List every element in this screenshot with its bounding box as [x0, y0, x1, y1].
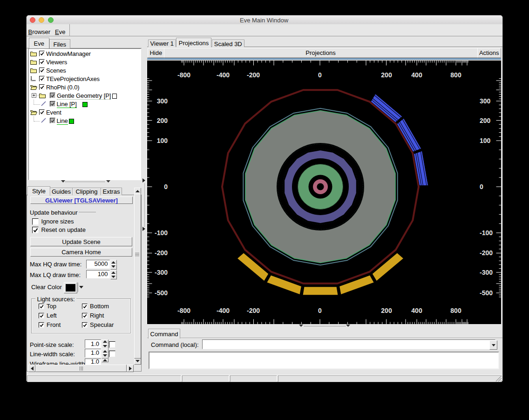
svg-text:200: 200 [480, 117, 491, 124]
svg-text:-200: -200 [247, 307, 260, 314]
svg-text:-400: -400 [217, 307, 230, 314]
svg-text:-400: -400 [217, 71, 230, 79]
svg-text:200: 200 [381, 307, 392, 314]
svg-text:-200: -200 [480, 249, 493, 257]
svg-text:300: 300 [480, 97, 491, 105]
svg-text:-300: -300 [155, 269, 168, 276]
svg-text:-500: -500 [480, 289, 493, 297]
svg-text:-800: -800 [177, 307, 190, 314]
svg-text:400: 400 [411, 71, 422, 79]
svg-text:-200: -200 [247, 71, 260, 79]
svg-text:100: 100 [480, 137, 491, 144]
svg-text:0: 0 [318, 307, 322, 314]
svg-text:-100: -100 [155, 229, 168, 237]
svg-text:-100: -100 [480, 229, 493, 237]
svg-text:0: 0 [164, 183, 168, 190]
svg-text:200: 200 [381, 71, 392, 79]
svg-text:200: 200 [157, 117, 168, 124]
svg-text:-300: -300 [480, 269, 493, 276]
svg-text:0: 0 [318, 71, 322, 79]
svg-text:800: 800 [450, 71, 461, 79]
svg-text:-500: -500 [155, 289, 168, 297]
svg-text:-800: -800 [177, 71, 190, 79]
svg-text:400: 400 [411, 307, 422, 314]
svg-text:300: 300 [157, 97, 168, 105]
svg-text:0: 0 [480, 183, 483, 190]
svg-text:100: 100 [157, 137, 168, 144]
svg-text:800: 800 [450, 307, 461, 314]
svg-text:-200: -200 [155, 249, 168, 257]
